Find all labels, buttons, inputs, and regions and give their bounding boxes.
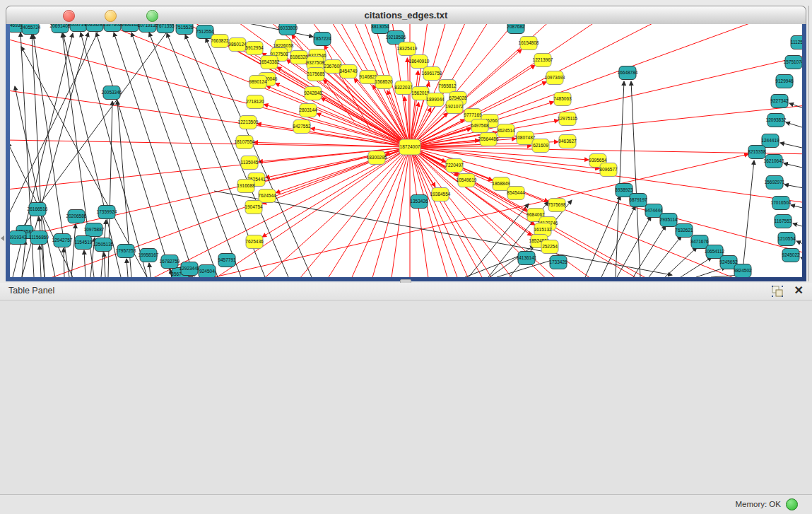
graph-node[interactable]: 12942757	[52, 234, 73, 247]
network-canvas[interactable]: 2469391240557242069140620037148106532871…	[10, 24, 802, 277]
graph-node[interactable]: 1899044	[426, 93, 445, 107]
graph-node[interactable]: 9129946	[775, 75, 794, 88]
graph-node[interactable]: 19958167	[139, 249, 159, 262]
graph-edge-black[interactable]	[228, 24, 313, 37]
graph-edge-black[interactable]	[469, 204, 529, 277]
graph-edge-black[interactable]	[40, 245, 41, 277]
graph-node[interactable]: 12505135	[93, 238, 114, 252]
graph-node[interactable]: 12093832	[766, 114, 787, 127]
graph-edge-black[interactable]	[780, 143, 802, 150]
graph-edge-black[interactable]	[10, 25, 172, 250]
graph-node[interactable]: 7220497	[445, 159, 464, 173]
graph-node[interactable]: 15692971	[765, 176, 785, 189]
collapsed-panel-arrow-icon[interactable]	[1, 235, 4, 241]
graph-node[interactable]: 7955812	[438, 80, 457, 93]
float-panel-icon[interactable]	[771, 285, 784, 298]
graph-node[interactable]: 252254	[541, 240, 558, 254]
graph-edge-red[interactable]	[262, 147, 410, 204]
graph-node[interactable]: 9890124	[249, 76, 267, 89]
graph-edge-black[interactable]	[801, 257, 802, 263]
graph-node[interactable]: 20053346	[102, 86, 122, 100]
graph-node[interactable]: 9463627	[558, 135, 577, 148]
graph-node[interactable]: 3624514	[497, 124, 515, 138]
graph-node[interactable]: 2803144	[299, 104, 317, 117]
graph-edge-red[interactable]	[255, 147, 410, 184]
graph-node[interactable]: 26166516	[28, 203, 48, 216]
graph-node[interactable]: 20691406	[50, 24, 71, 33]
network-window-titlebar[interactable]: citations_edges.txt	[6, 6, 806, 25]
graph-node[interactable]: 924504	[199, 265, 216, 278]
graph-node[interactable]: 16210643	[764, 155, 784, 168]
zoom-window-button[interactable]	[146, 10, 158, 22]
graph-node[interactable]: 1921072	[445, 100, 464, 114]
graph-node[interactable]: 11156869	[29, 231, 49, 245]
graph-node[interactable]: 10719135	[138, 24, 158, 33]
graph-node[interactable]: 6466162	[121, 24, 139, 32]
graph-node[interactable]: 6879197	[629, 194, 647, 207]
graph-node[interactable]: 20206586	[66, 210, 87, 223]
graph-node[interactable]: 7625436	[245, 235, 264, 249]
close-panel-icon[interactable]: ✕	[794, 284, 804, 297]
graph-edge-black[interactable]	[791, 205, 802, 210]
graph-node[interactable]: 9824502	[734, 264, 752, 278]
graph-edge-black[interactable]	[793, 223, 802, 229]
graph-node[interactable]: 12213509	[238, 116, 259, 129]
graph-node[interactable]: 18300295	[367, 151, 387, 165]
graph-node[interactable]: 9242848	[304, 87, 322, 100]
graph-node[interactable]: 17359924	[97, 206, 117, 219]
graph-edge-red[interactable]	[410, 147, 599, 169]
graph-node[interactable]: 9227342	[770, 95, 789, 108]
minimize-window-button[interactable]	[105, 10, 117, 22]
graph-node[interactable]: 1167553	[775, 215, 792, 228]
graph-node[interactable]: 5912954	[245, 42, 264, 55]
graph-node[interactable]: 18107554	[235, 136, 255, 149]
graph-node[interactable]: 8545444	[507, 187, 525, 200]
graph-node[interactable]: 18640910	[409, 55, 430, 69]
graph-node[interactable]: 2718120	[246, 95, 264, 109]
graph-node[interactable]: 20564486	[478, 133, 499, 146]
graph-edge-black[interactable]	[84, 250, 86, 277]
graph-node[interactable]: 7632621	[675, 224, 693, 238]
graph-node[interactable]: 7663822	[211, 35, 229, 48]
graph-edge-black[interactable]	[796, 241, 802, 247]
graph-node[interactable]: 7671355	[156, 24, 175, 33]
graph-node[interactable]: 16961758	[422, 67, 442, 81]
graph-edge-black[interactable]	[149, 263, 151, 277]
graph-node[interactable]: 7624544	[258, 189, 276, 203]
graph-node[interactable]: 16543382	[259, 56, 280, 69]
graph-node[interactable]: 19384554	[430, 188, 451, 201]
graph-node[interactable]: 16648784	[618, 66, 638, 80]
graph-node-hub[interactable]: 18724007	[399, 139, 420, 155]
graph-node[interactable]: 14136141	[517, 252, 537, 265]
graph-node[interactable]: 8322037	[394, 81, 413, 95]
graph-node[interactable]: 7857224	[313, 33, 331, 46]
graph-node[interactable]: 12923448	[180, 262, 200, 276]
graph-node[interactable]: 1210554	[777, 233, 796, 246]
graph-node[interactable]: 2087682	[507, 24, 525, 34]
graph-node[interactable]: 3175685	[307, 68, 325, 81]
graph-node[interactable]: 621609	[532, 139, 549, 153]
memory-ok-indicator[interactable]	[786, 498, 798, 510]
graph-edge-red[interactable]	[257, 124, 410, 147]
graph-node[interactable]: 16782759	[160, 255, 180, 269]
graph-edge-black[interactable]	[786, 122, 802, 130]
graph-edge-black[interactable]	[585, 196, 620, 277]
graph-edge-black[interactable]	[104, 252, 105, 277]
graph-node[interactable]: 10973493	[545, 71, 565, 85]
graph-node[interactable]: 8186328	[290, 51, 308, 64]
graph-node[interactable]: 10549619	[457, 174, 477, 187]
graph-node[interactable]: 1135045	[241, 156, 259, 170]
graph-node[interactable]: 8813054	[371, 24, 389, 34]
graph-node[interactable]: 1904754	[245, 201, 263, 214]
graph-node[interactable]: 24055724	[20, 24, 41, 35]
graph-node[interactable]: 1154519	[75, 236, 93, 250]
graph-edge-black[interactable]	[784, 163, 802, 170]
graph-node[interactable]: 9457791	[218, 254, 236, 267]
graph-node[interactable]: 10975887	[84, 223, 105, 237]
graph-edge-black[interactable]	[742, 160, 754, 277]
graph-node[interactable]: 9245022	[782, 249, 800, 262]
graph-node[interactable]: 2935114	[660, 214, 678, 227]
graph-node[interactable]: 7515526	[175, 24, 194, 35]
graph-node[interactable]: 7485063	[553, 93, 572, 106]
graph-node[interactable]: 8427552	[293, 120, 311, 134]
